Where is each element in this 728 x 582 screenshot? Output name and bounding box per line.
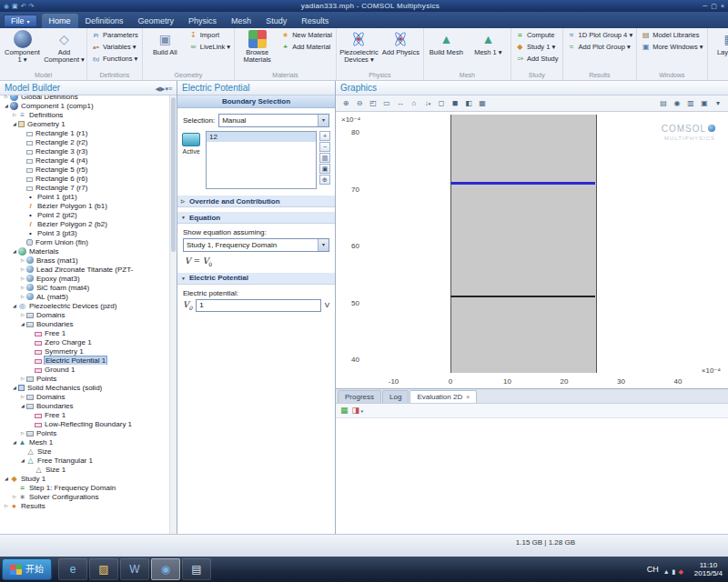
deselect-icon[interactable]: ◼ [449,97,461,109]
tree-item-solver-configurations[interactable]: ▷Solver Configurations [0,492,177,501]
close-icon[interactable]: × [466,394,470,400]
ribbon-more-windows-button[interactable]: More Windows ▾ [639,41,704,53]
collapsed-arrow-icon[interactable]: ▷ [19,266,26,272]
scrollbar-thumb[interactable] [171,97,176,252]
tree-item-solid-mechanics-solid[interactable]: ◢Solid Mechanics (solid) [0,383,177,392]
ribbon-add-plot-group-button[interactable]: Add Plot Group ▾ [565,41,635,53]
tree-item-points[interactable]: ▷Points [0,374,177,383]
notepad-icon[interactable]: ▤ [182,558,211,580]
tree-item-rectangle-3-r3[interactable]: Rectangle 3 (r3) [0,146,177,156]
ribbon-build-all-button[interactable]: Build All [145,29,186,57]
expanded-arrow-icon[interactable]: ◢ [11,248,18,254]
tree-item-size-1[interactable]: Size 1 [0,465,177,474]
ribbon-new-material-button[interactable]: New Material [278,29,334,41]
tree-item-rectangle-2-r2[interactable]: Rectangle 2 (r2) [0,137,177,146]
tree-item-free-1[interactable]: Free 1 [0,410,177,419]
ribbon-add-physics-button[interactable]: Add Physics [380,29,421,57]
collapsed-arrow-icon[interactable]: ▷ [19,376,26,381]
equation-study-dropdown[interactable]: Study 1, Frequency Domain ▾ [183,238,329,252]
ribbon-add-component-button[interactable]: Add Component ▾ [44,29,85,65]
minimize-icon[interactable]: ─ [703,3,707,10]
scene-settings-icon[interactable]: ▤ [657,97,670,109]
comsol-icon[interactable]: ◉ [151,558,180,580]
ribbon-compute-button[interactable]: Compute [513,29,561,41]
ribbon-layout-button[interactable]: Layout ▾ [710,29,728,57]
tab-home[interactable]: Home [42,14,78,28]
collapsed-arrow-icon[interactable]: ▷ [19,276,26,281]
tree-item-size[interactable]: Size [0,447,177,456]
tree-item-rectangle-7-r7[interactable]: Rectangle 7 (r7) [0,183,177,192]
undo-icon[interactable]: ↶ [21,3,26,10]
go-to-default-view-icon[interactable]: ⌂ [408,97,420,109]
ribbon-component-1-button[interactable]: Component 1 ▾ [2,29,43,65]
tab-evaluation-2d[interactable]: Evaluation 2D× [410,390,477,403]
ribbon-browse-materials-button[interactable]: Browse Materials [237,29,278,65]
tree-item-rectangle-1-r1[interactable]: Rectangle 1 (r1) [0,128,177,137]
maximize-icon[interactable]: ▢ [711,3,717,10]
tree-item-rectangle-5-r5[interactable]: Rectangle 5 (r5) [0,165,177,174]
tree-item-geometry-1[interactable]: ◢Geometry 1 [0,119,177,128]
selection-list-item[interactable]: 12 [207,132,316,142]
tree-item-low-reflecting-boundary-1[interactable]: Low-Reflecting Boundary 1 [0,419,177,428]
tab-mesh[interactable]: Mesh [224,14,258,28]
tab-physics[interactable]: Physics [181,14,224,28]
tree-item-piezoelectric-devices-pzd[interactable]: ◢Piezoelectric Devices (pzd) [0,301,177,310]
internet-explorer-icon[interactable]: e [58,558,87,580]
expanded-arrow-icon[interactable]: ◢ [11,121,18,126]
wireframe-icon[interactable]: ▦ [476,97,489,109]
zoom-out-icon[interactable]: ⊖ [353,97,366,109]
ribbon-add-material-button[interactable]: Add Material [278,41,334,53]
tree-item-sic-foam-mat4[interactable]: ▷SiC foam (mat4) [0,283,177,292]
zoom-to-selection-icon[interactable]: ⊕ [319,175,330,185]
tree-menu-icon[interactable]: ≡ [168,85,172,92]
expanded-arrow-icon[interactable]: ◢ [11,303,18,308]
chevron-down-icon[interactable]: ▾ [318,239,329,251]
active-toggle[interactable] [182,133,200,146]
section-override[interactable]: ▷ Override and Contribution [177,195,335,207]
collapsed-arrow-icon[interactable]: ▷ [19,312,26,317]
ribbon-piezoelectric-devices-button[interactable]: Piezoelectric Devices ▾ [339,29,379,65]
tree-item-point-2-pt2[interactable]: Point 2 (pt2) [0,210,177,219]
pan-icon[interactable]: ↔ [394,97,407,109]
select-icon[interactable]: ◻ [435,97,448,109]
tree-item-free-1[interactable]: Free 1 [0,328,177,337]
save-icon[interactable]: ▣ [12,3,18,10]
tree-item-step-1-frequency-domain[interactable]: Step 1: Frequency Domain [0,483,177,492]
zoom-extents-icon[interactable]: ◰ [367,97,379,109]
tray-alert-icon[interactable]: ◆ [678,568,682,575]
remove-from-selection-icon[interactable]: − [319,142,330,152]
tree-item-rectangle-6-r6[interactable]: Rectangle 6 (r6) [0,174,177,183]
tree-item-point-3-pt3[interactable]: Point 3 (pt3) [0,228,177,237]
collapsed-arrow-icon[interactable]: ▷ [19,430,26,436]
collapsed-arrow-icon[interactable]: ▷ [19,294,26,299]
ribbon-parameters-button[interactable]: Parameters [89,29,140,41]
copy-selection-icon[interactable]: ▥ [319,153,330,163]
section-electric-potential[interactable]: ▼ Electric Potential [177,272,335,285]
tray-network-icon[interactable]: ▮ [672,568,676,575]
tab-results[interactable]: Results [294,14,336,28]
zoom-in-icon[interactable]: ⊕ [339,97,352,109]
redo-icon[interactable]: ↷ [29,3,35,10]
ribbon-import-button[interactable]: Import [187,29,232,41]
tree-item-points[interactable]: ▷Points [0,428,177,437]
tree-item-mesh-1[interactable]: ◢Mesh 1 [0,437,177,447]
tree-item-definitions[interactable]: ▷Definitions [0,110,177,119]
tree-item-component-1-comp1[interactable]: ◢Component 1 (comp1) [0,101,177,110]
ribbon-model-libraries-button[interactable]: Model Libraries [639,29,704,41]
collapsed-arrow-icon[interactable]: ▷ [11,494,18,499]
tab-geometry[interactable]: Geometry [131,14,182,28]
zoom-box-icon[interactable]: ▭ [380,97,393,109]
table-icon[interactable]: ▦ [340,405,349,416]
tree-item-b-zier-polygon-2-b2[interactable]: Bézier Polygon 2 (b2) [0,219,177,228]
collapsed-arrow-icon[interactable]: ▷ [11,112,18,117]
tree-item-domains[interactable]: ▷Domains [0,392,177,401]
ribbon-add-study-button[interactable]: Add Study [513,53,561,65]
geometry-region[interactable] [450,115,597,373]
expanded-arrow-icon[interactable]: ◢ [19,403,26,408]
collapsed-arrow-icon[interactable]: ▷ [3,95,10,99]
expanded-arrow-icon[interactable]: ◢ [19,321,26,326]
collapsed-arrow-icon[interactable]: ▷ [19,394,26,399]
expanded-arrow-icon[interactable]: ◢ [3,103,10,108]
ribbon-livelink-button[interactable]: LiveLink ▾ [187,41,232,53]
paste-selection-icon[interactable]: ▣ [319,164,330,174]
